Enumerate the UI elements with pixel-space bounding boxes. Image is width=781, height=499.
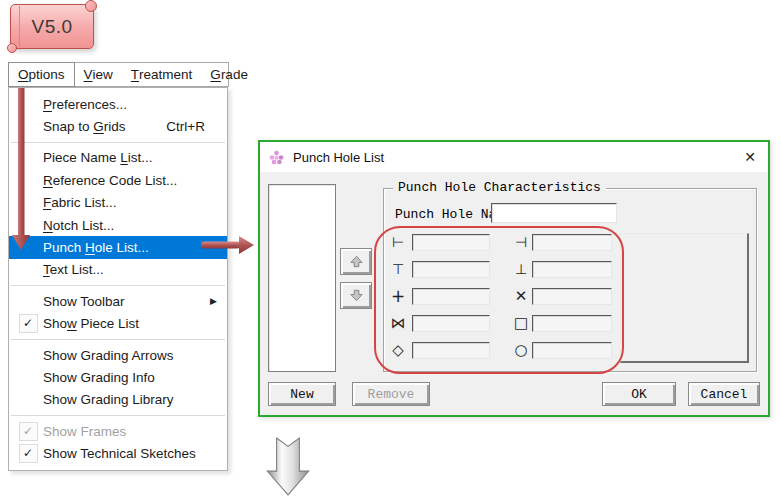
menu-item-show-grading-info[interactable]: Show Grading Info: [9, 366, 227, 388]
menu-separator: [11, 415, 225, 416]
punch-hole-name-input[interactable]: [491, 203, 617, 223]
menu-item-reference-code-list[interactable]: Reference Code List...: [9, 169, 227, 191]
menu-separator: [11, 142, 225, 143]
punch-symbol-tack-left-icon: ⊢: [386, 234, 410, 251]
punch-symbol-diamond-icon: ◇: [386, 342, 410, 359]
options-dropdown-menu: Preferences... Snap to Grids Ctrl+R Piec…: [8, 87, 228, 471]
version-label: V5.0: [10, 4, 94, 49]
groupbox-title: Punch Hole Characteristics: [393, 180, 606, 195]
checkmark-icon: ✓: [16, 444, 40, 463]
punch-symbol-tack-top-icon: ⊤: [386, 261, 410, 278]
menu-item-piece-name-list[interactable]: Piece Name List...: [9, 147, 227, 169]
punch-symbol-cross-icon: ✕: [509, 288, 533, 305]
punch-hole-list-dialog: Punch Hole List ✕ Punch Hole Characteris…: [258, 140, 770, 417]
screenshot-root: V5.0 Options View Treatment Grade Prefer…: [0, 0, 781, 499]
up-arrow-icon: [349, 254, 364, 269]
punch-symbol-square-icon: □: [509, 315, 533, 332]
menu-item-show-grading-arrows[interactable]: Show Grading Arrows: [9, 344, 227, 366]
menu-separator: [11, 339, 225, 340]
menubar-item-options[interactable]: Options: [8, 62, 75, 87]
menu-item-punch-hole-list[interactable]: Punch Hole List...: [9, 236, 227, 258]
punch-symbol-square-input[interactable]: [532, 315, 612, 332]
punch-symbol-tack-top-input[interactable]: [412, 261, 490, 278]
checkmark-icon: ✓: [16, 422, 40, 441]
move-down-button[interactable]: [340, 282, 372, 309]
menu-item-show-frames[interactable]: ✓ Show Frames: [9, 420, 227, 442]
punch-symbol-cross-input[interactable]: [532, 288, 612, 305]
remove-button[interactable]: Remove: [352, 382, 430, 406]
app-icon: [268, 149, 285, 166]
menubar-item-view[interactable]: View: [75, 63, 122, 86]
menu-item-preferences[interactable]: Preferences...: [9, 93, 227, 115]
version-badge: V5.0: [10, 4, 94, 49]
dialog-titlebar[interactable]: Punch Hole List ✕: [260, 142, 768, 172]
punch-symbol-diamond-input[interactable]: [412, 342, 490, 359]
new-button[interactable]: New: [268, 382, 336, 406]
punch-symbol-circle-icon: ○: [509, 342, 533, 359]
menu-item-snap-to-grids[interactable]: Snap to Grids Ctrl+R: [9, 115, 227, 137]
punch-symbol-tack-left-input[interactable]: [412, 234, 490, 251]
cancel-button[interactable]: Cancel: [688, 382, 760, 406]
punch-symbol-tack-bottom-input[interactable]: [532, 261, 612, 278]
move-up-button[interactable]: [340, 248, 372, 275]
checkmark-icon: ✓: [16, 314, 40, 333]
punch-symbol-plus-icon: +: [386, 288, 410, 305]
gray-down-arrow-annotation-icon: [265, 437, 311, 497]
punch-symbol-tack-right-input[interactable]: [532, 234, 612, 251]
punch-symbol-bowtie-icon: ⋈: [386, 315, 410, 332]
menu-item-text-list[interactable]: Text List...: [9, 259, 227, 281]
down-arrow-icon: [349, 288, 364, 303]
close-icon[interactable]: ✕: [740, 147, 760, 167]
punch-symbol-circle-input[interactable]: [532, 342, 612, 359]
menu-separator: [11, 285, 225, 286]
preview-panel: [620, 233, 749, 363]
menubar-item-treatment[interactable]: Treatment: [122, 63, 202, 86]
menu-item-show-technical-sketches[interactable]: ✓ Show Technical Sketches: [9, 442, 227, 464]
menu-item-show-toolbar[interactable]: Show Toolbar ▶: [9, 290, 227, 312]
menu-item-fabric-list[interactable]: Fabric List...: [9, 192, 227, 214]
punch-symbol-bowtie-input[interactable]: [412, 315, 490, 332]
punch-hole-listbox[interactable]: [268, 184, 336, 372]
punch-symbol-tack-bottom-icon: ⊥: [509, 261, 533, 278]
menubar-item-grade[interactable]: Grade: [201, 63, 257, 86]
submenu-arrow-icon: ▶: [210, 296, 221, 306]
menu-item-show-grading-library[interactable]: Show Grading Library: [9, 389, 227, 411]
menu-item-show-piece-list[interactable]: ✓ Show Piece List: [9, 313, 227, 335]
shortcut-label: Ctrl+R: [166, 119, 221, 134]
ok-button[interactable]: OK: [602, 382, 676, 406]
menu-item-notch-list[interactable]: Notch List...: [9, 214, 227, 236]
dialog-title: Punch Hole List: [293, 150, 384, 165]
punch-symbol-plus-input[interactable]: [412, 288, 490, 305]
punch-symbol-tack-right-icon: ⊣: [509, 234, 533, 251]
menubar: Options View Treatment Grade: [8, 62, 229, 87]
